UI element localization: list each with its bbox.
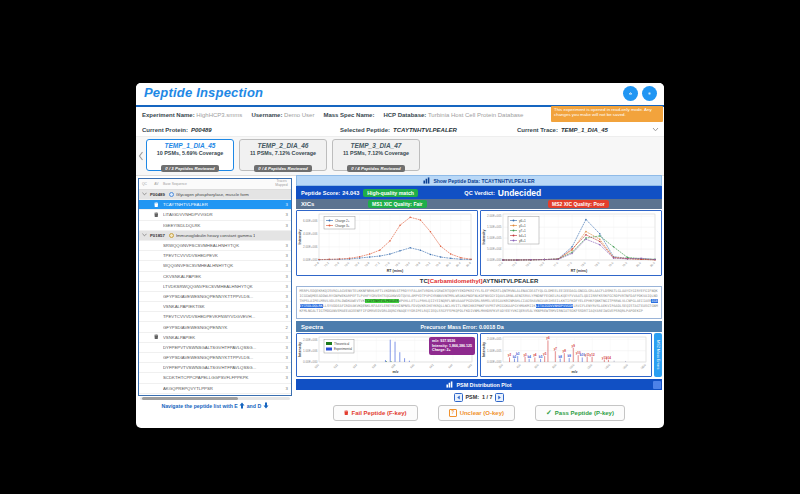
xics-title: XICs bbox=[301, 201, 314, 207]
svg-text:78.0: 78.0 bbox=[580, 261, 587, 268]
base-sequence-cell: GFYPSDIAVEWESNGQPENNYKTTPPVLDS... bbox=[163, 355, 274, 360]
peptide-row[interactable]: IGEEYISDLDQLRK3 bbox=[139, 221, 291, 231]
peptide-row[interactable]: AKGQPREPQVYTLPPSR3 bbox=[139, 384, 291, 394]
psm-stepper: PSM: 1 / 7 bbox=[296, 392, 662, 402]
spectra-title: Spectra bbox=[301, 324, 323, 330]
peptide-row[interactable]: LTVDKSRWQQGNVFSCSVMHEALHNHYTQK3 bbox=[139, 282, 291, 292]
peptide-row[interactable]: GFYPSDIAVEWESNGQPENNYKTTPPVLDS...3 bbox=[139, 353, 291, 363]
precursor-spectrum-chart[interactable]: 0.00E+0001.00E+0062.00E+0069309329349369… bbox=[296, 333, 478, 377]
current-trace-label: Current Trace: bbox=[517, 127, 558, 133]
svg-text:2.00E+006: 2.00E+006 bbox=[303, 245, 318, 249]
base-sequence-cell: CKVSNKALPAPIEK bbox=[163, 274, 274, 279]
peptide-list-body: P00489Glycogen phosphorylase, muscle for… bbox=[139, 190, 291, 396]
question-icon: ? bbox=[449, 409, 457, 417]
show-peptide-data-header[interactable]: Show Peptide Data: TCAYTNHTVLPEALER bbox=[296, 175, 662, 186]
psm-distribution-header[interactable]: PSM Distribution Plot bbox=[296, 379, 662, 390]
svg-text:4.00E+006: 4.00E+006 bbox=[303, 232, 318, 236]
protein-name: Immunoglobulin heavy constant gamma 1 bbox=[176, 233, 256, 238]
username-value: Demo User bbox=[284, 112, 314, 118]
peptide-row[interactable]: VSNKALPAPIEKTISK3 bbox=[139, 302, 291, 312]
trace-dropdown-chevron-icon[interactable] bbox=[652, 127, 659, 133]
svg-text:944: 944 bbox=[447, 363, 453, 369]
svg-text:Theoretical: Theoretical bbox=[334, 342, 350, 346]
svg-text:80.5: 80.5 bbox=[649, 261, 656, 268]
trace-tab-TEMP_2_DIA_46[interactable]: TEMP_2_DIA_4611 PSMs, 7.12% Coverage0 / … bbox=[239, 139, 327, 171]
sequence-segment: WPVHLLETLLPRHLQIIYEINQRFLNRVAAAFPGDVDRLR… bbox=[399, 299, 652, 303]
username-label: Username: bbox=[251, 112, 282, 118]
svg-text:2.00E+006: 2.00E+006 bbox=[303, 338, 318, 342]
traces-mapped-cell: 3 bbox=[274, 294, 291, 299]
screenshot-button[interactable] bbox=[623, 86, 638, 101]
peptide-inspection-window: Peptide Inspection bbox=[136, 83, 664, 428]
peptide-row[interactable]: LITAIGDVVNHDPVVGDR3 bbox=[139, 210, 291, 220]
peptide-row[interactable]: VSNKALPAPIEK3 bbox=[139, 333, 291, 343]
peptide-row[interactable]: TCAYTNHTVLPEALER3 bbox=[139, 200, 291, 210]
ms2-mass-errors-tab[interactable]: MS2 Mass Errors bbox=[654, 333, 662, 377]
svg-text:Intensity: Intensity bbox=[298, 342, 302, 357]
tab-reviewed-badge: 0 / 4 Peptides Reviewed bbox=[254, 165, 312, 172]
psm-next-button[interactable] bbox=[495, 393, 504, 402]
settings-button[interactable] bbox=[642, 86, 657, 101]
tab-reviewed-badge: 0 / 3 Peptides Reviewed bbox=[161, 165, 219, 172]
collapse-button[interactable] bbox=[653, 381, 661, 389]
base-sequence-cell: SRWQQGNVFSCSVMHEALHNHYTQK bbox=[163, 243, 274, 248]
psm-previous-button[interactable] bbox=[454, 393, 463, 402]
base-sequence-cell: DYFPEPVTVSWNSGALTSGVHTFPAVLQSSG... bbox=[163, 365, 274, 370]
svg-text:78.4: 78.4 bbox=[404, 261, 411, 268]
ms1-xic-chart[interactable]: 0.00E+0002.00E+0064.00E+0066.00E+00674.8… bbox=[296, 210, 478, 276]
svg-text:Charge 3+: Charge 3+ bbox=[335, 224, 350, 228]
peptide-row[interactable]: SRWQQGNVFSCSVMHEALHNHYTQK3 bbox=[139, 241, 291, 251]
bar-chart-icon bbox=[446, 381, 453, 388]
selected-peptide-value: TCAYTNHTVLPEALER bbox=[393, 127, 457, 133]
horizontal-scrollbar-thumb[interactable] bbox=[142, 397, 238, 401]
peptide-score-label: Peptide Score: bbox=[301, 190, 340, 196]
peptide-row[interactable]: TTPPVLDSDGSFFLYSKLTVDK3 bbox=[139, 394, 291, 396]
unclear-peptide-button[interactable]: ? Unclear (O-key) bbox=[438, 405, 515, 421]
peptide-row[interactable]: WQQGNVFSCSVMHEALHNHYTQK3 bbox=[139, 261, 291, 271]
peptide-row[interactable]: TPEVTCVVVDVSHEDPEVK3 bbox=[139, 251, 291, 261]
collapse-chevron-icon[interactable] bbox=[139, 192, 150, 197]
base-sequence-cell: AKGQPREPQVYTLPPSR bbox=[163, 386, 274, 391]
traces-mapped-cell: 3 bbox=[274, 243, 291, 248]
peptide-row[interactable]: TPEVTCVVVDVSHEDPEVKFNWYVDGVEVH...3 bbox=[139, 312, 291, 322]
ms2-spectrum-chart[interactable]: 0.00E+0001.00E+0052.00E+0052004006008001… bbox=[480, 333, 652, 377]
peptide-row[interactable]: GFYPSDIAVEWESNGQPENNYK2 bbox=[139, 322, 291, 332]
peptide-row[interactable]: DYFPEPVTVSWNSGALTSGVHTFPAVLQSSG...3 bbox=[139, 343, 291, 353]
svg-text:75.5: 75.5 bbox=[511, 261, 518, 268]
protein-group-row-P00489[interactable]: P00489Glycogen phosphorylase, muscle for… bbox=[139, 190, 291, 200]
tabs-scroll-left-button[interactable] bbox=[137, 149, 144, 161]
ms2-xic-chart[interactable]: 0.00E+0005.00E+0041.00E+0051.50E+0052.00… bbox=[480, 210, 662, 276]
peptide-highlight[interactable]: LITAIGDVVNHDPVVGDR bbox=[536, 304, 574, 308]
svg-text:79.2: 79.2 bbox=[424, 261, 431, 268]
base-sequence-cell: VSNKALPAPIEKTISK bbox=[163, 304, 274, 309]
protein-name: Glycogen phosphorylase, muscle form bbox=[176, 192, 249, 197]
pass-peptide-button[interactable]: ✓ Pass Peptide (P-key) bbox=[535, 405, 625, 421]
protein-accession: P00489 bbox=[150, 192, 165, 197]
svg-text:76.0: 76.0 bbox=[343, 261, 350, 268]
svg-text:b3: b3 bbox=[516, 352, 520, 356]
protein-group-row-P01857[interactable]: P01857Immunoglobulin heavy constant gamm… bbox=[139, 231, 291, 241]
selected-peptide-highlight[interactable]: TCAYTNHTVLPEALER bbox=[365, 299, 399, 303]
svg-text:m/z: m/z bbox=[572, 370, 578, 374]
trace-tab-TEMP_3_DIA_47[interactable]: TEMP_3_DIA_4711 PSMs, 7.12% Coverage0 / … bbox=[332, 139, 420, 171]
trash-icon bbox=[154, 202, 159, 208]
svg-text:940: 940 bbox=[409, 363, 415, 369]
peptide-row[interactable]: SCDKTHTCPPCPAPELLGGPSVFLFPPKPK3 bbox=[139, 373, 291, 383]
peptide-row[interactable]: DYFPEPVTVSWNSGALTSGVHTFPAVLQSSG...3 bbox=[139, 363, 291, 373]
svg-text:b4: b4 bbox=[527, 355, 531, 359]
svg-text:1.00E+005: 1.00E+005 bbox=[487, 349, 502, 353]
svg-text:75.2: 75.2 bbox=[323, 261, 330, 268]
peptide-score-value: 24.043 bbox=[342, 190, 359, 196]
svg-text:Experimental: Experimental bbox=[334, 347, 352, 351]
collapse-chevron-icon[interactable] bbox=[139, 233, 150, 238]
mass-spec-label: Mass Spec Name: bbox=[323, 112, 374, 118]
peptide-row[interactable]: CKVSNKALPAPIEK3 bbox=[139, 272, 291, 282]
bar-chart-icon bbox=[423, 177, 430, 184]
trace-tab-TEMP_1_DIA_45[interactable]: TEMP_1_DIA_4510 PSMs, 5.69% Coverage0 / … bbox=[146, 139, 234, 171]
trash-icon bbox=[344, 410, 349, 416]
column-qc: QC bbox=[139, 182, 150, 186]
peptide-row[interactable]: GFYPSDIAVEWESNGQPENNYKTTPPVLDS...3 bbox=[139, 292, 291, 302]
svg-text:934: 934 bbox=[352, 363, 358, 369]
base-sequence-cell: WQQGNVFSCSVMHEALHNHYTQK bbox=[163, 263, 274, 268]
fail-peptide-button[interactable]: Fail Peptide (F-key) bbox=[333, 405, 418, 421]
